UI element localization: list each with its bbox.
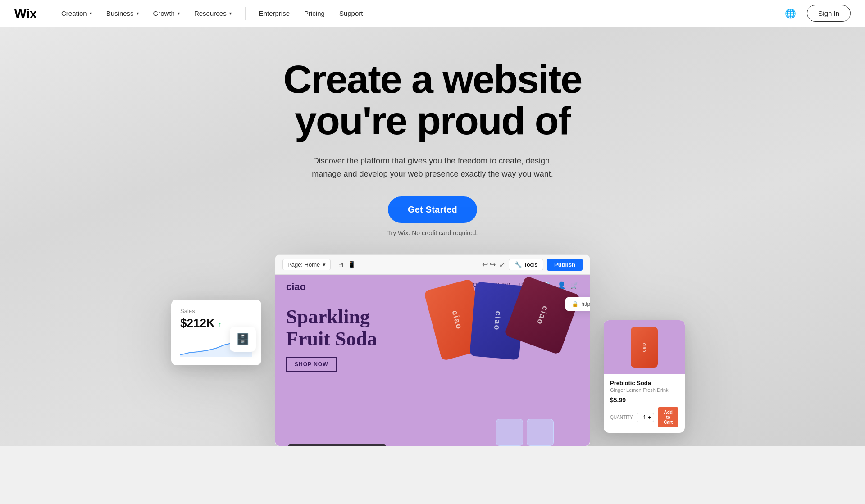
page-selector-label: Page: Home bbox=[287, 261, 320, 268]
get-started-label: Get Started bbox=[408, 204, 457, 214]
shop-now-button[interactable]: SHOP NOW bbox=[286, 357, 337, 372]
nav-right: 🌐 Sign In bbox=[781, 5, 851, 23]
product-price: $5.99 bbox=[610, 396, 678, 404]
maroon-can-label: ciao bbox=[535, 304, 551, 327]
chevron-down-icon: ▾ bbox=[323, 261, 326, 268]
undo-redo: ↩ ↪ bbox=[482, 260, 496, 269]
nav-resources-label: Resources bbox=[194, 9, 227, 17]
database-icon: 🗄️ bbox=[236, 333, 250, 345]
view-icons: 🖥 📱 bbox=[337, 261, 356, 269]
nav-item-growth[interactable]: Growth ▾ bbox=[147, 6, 186, 21]
nav-links: Creation ▾ Business ▾ Growth ▾ Resources… bbox=[55, 6, 781, 21]
ice-cube-1 bbox=[496, 419, 523, 446]
product-name: Prebiotic Soda bbox=[610, 380, 678, 386]
product-can-label: ciao bbox=[642, 343, 646, 352]
nav-pricing-label: Pricing bbox=[304, 9, 325, 17]
page-selector[interactable]: Page: Home ▾ bbox=[282, 259, 331, 270]
chevron-down-icon: ▾ bbox=[178, 11, 180, 16]
url-bar: 🔒 https://www.ciaodrinks.com bbox=[565, 297, 590, 311]
language-button[interactable]: 🌐 bbox=[781, 5, 800, 23]
redo-button[interactable]: ↪ bbox=[490, 260, 496, 269]
blue-can-label: ciao bbox=[492, 311, 503, 331]
orange-can-label: ciao bbox=[450, 309, 464, 331]
tools-button[interactable]: 🔧 Tools bbox=[509, 259, 543, 270]
trend-icon: ↑ bbox=[218, 321, 222, 328]
sales-label: Sales bbox=[180, 308, 252, 314]
nav-item-resources[interactable]: Resources ▾ bbox=[188, 6, 238, 21]
chevron-down-icon: ▾ bbox=[90, 11, 92, 16]
product-description: Ginger Lemon Fresh Drink bbox=[610, 387, 678, 393]
product-card: ciao Prebiotic Soda Ginger Lemon Fresh D… bbox=[604, 320, 685, 433]
nav-business-label: Business bbox=[106, 9, 134, 17]
desktop-view-icon[interactable]: 🖥 bbox=[337, 261, 344, 269]
nav-item-pricing[interactable]: Pricing bbox=[298, 6, 331, 21]
tools-label: Tools bbox=[524, 261, 537, 268]
publish-button[interactable]: Publish bbox=[547, 259, 583, 271]
quantity-minus[interactable]: - bbox=[640, 414, 642, 421]
shop-now-label: SHOP NOW bbox=[295, 361, 328, 368]
nav-enterprise-label: Enterprise bbox=[259, 9, 290, 17]
hero-subtitle: Discover the platform that gives you the… bbox=[306, 154, 559, 181]
globe-icon: 🌐 bbox=[785, 9, 796, 18]
product-image-area: ciao bbox=[604, 320, 685, 374]
resize-button[interactable]: ⤢ bbox=[499, 260, 505, 269]
hero-note: Try Wix. No credit card required. bbox=[387, 229, 478, 236]
ice-cube-2 bbox=[527, 419, 554, 446]
nav-growth-label: Growth bbox=[153, 9, 175, 17]
undo-button[interactable]: ↩ bbox=[482, 260, 488, 269]
db-widget: 🗄️ bbox=[230, 327, 256, 352]
hero-title-line1: Create a website bbox=[283, 57, 582, 101]
product-quantity-row: QUANTITY - 1 + Add to Cart bbox=[610, 407, 678, 427]
hero-title-line2: you're proud of bbox=[295, 98, 570, 143]
mobile-view-icon[interactable]: 📱 bbox=[347, 261, 356, 269]
quantity-controls[interactable]: - 1 + bbox=[637, 413, 655, 422]
site-hero-title: Sparkling Fruit Soda bbox=[286, 306, 377, 350]
wix-logo[interactable]: Wix bbox=[14, 7, 41, 20]
chevron-down-icon: ▾ bbox=[229, 11, 232, 16]
product-can-mini: ciao bbox=[631, 327, 658, 368]
get-started-button[interactable]: Get Started bbox=[388, 196, 477, 223]
nav-support-label: Support bbox=[339, 9, 363, 17]
publish-label: Publish bbox=[554, 261, 575, 268]
nav-item-enterprise[interactable]: Enterprise bbox=[253, 6, 296, 21]
tools-icon: 🔧 bbox=[514, 261, 522, 268]
add-to-cart-button[interactable]: Add to Cart bbox=[658, 407, 678, 427]
chevron-down-icon: ▾ bbox=[137, 11, 139, 16]
cans-image: ciao ciao ciao bbox=[432, 284, 572, 358]
nav-item-support[interactable]: Support bbox=[333, 6, 369, 21]
add-to-cart-label: Add to Cart bbox=[664, 410, 673, 425]
nav-item-creation[interactable]: Creation ▾ bbox=[55, 6, 98, 21]
editor-topbar: Page: Home ▾ 🖥 📱 ↩ ↪ ⤢ 🔧 Tools bbox=[275, 255, 590, 275]
editor-content: ciao ABOUT SHOP BLOG 🔍 👤 🛒 Sparkling bbox=[275, 275, 590, 446]
editor-frame: Page: Home ▾ 🖥 📱 ↩ ↪ ⤢ 🔧 Tools bbox=[275, 254, 590, 446]
url-text: https://www.ciaodrinks.com bbox=[581, 301, 590, 307]
site-hero-text: Sparkling Fruit Soda SHOP NOW bbox=[286, 306, 377, 372]
sign-in-label: Sign In bbox=[818, 9, 839, 17]
nav-creation-label: Creation bbox=[61, 9, 87, 17]
nav-divider bbox=[245, 7, 246, 20]
navbar: Wix Creation ▾ Business ▾ Growth ▾ Resou… bbox=[0, 0, 865, 27]
quantity-label: QUANTITY bbox=[610, 415, 633, 420]
product-info: Prebiotic Soda Ginger Lemon Fresh Drink … bbox=[604, 374, 685, 433]
code-hint: ${"#addToCartButton"}.on Clic bbox=[288, 444, 386, 446]
editor-mockup: Sales $212K ↑ 🗄 bbox=[275, 254, 590, 446]
topbar-controls: ↩ ↪ ⤢ 🔧 Tools Publish bbox=[482, 259, 583, 271]
lock-icon: 🔒 bbox=[572, 301, 578, 307]
hero-section: Create a website you're proud of Discove… bbox=[0, 27, 865, 446]
sign-in-button[interactable]: Sign In bbox=[807, 5, 851, 22]
quantity-plus[interactable]: + bbox=[648, 414, 651, 421]
hero-title: Create a website you're proud of bbox=[283, 59, 582, 142]
nav-item-business[interactable]: Business ▾ bbox=[100, 6, 145, 21]
svg-text:Wix: Wix bbox=[14, 7, 37, 20]
quantity-value: 1 bbox=[643, 414, 646, 421]
ice-cubes bbox=[496, 419, 554, 446]
